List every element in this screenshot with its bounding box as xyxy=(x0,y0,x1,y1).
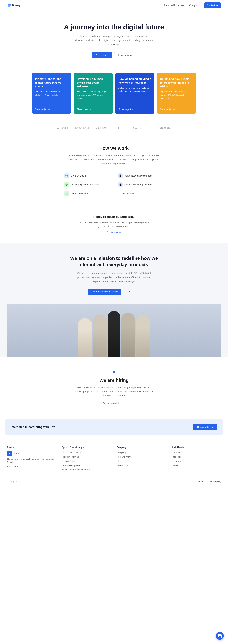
imprint-link[interactable]: Imprint xyxy=(198,480,204,483)
mission-buttons: Read more about Fintory Join us → xyxy=(7,288,221,295)
company-link-4[interactable]: Contact Us xyxy=(117,464,128,467)
flow-desc: Gain new customers with our optimized ac… xyxy=(7,458,57,464)
service-product-label: Individual product solutions xyxy=(71,183,99,186)
footer-products-heading: Products xyxy=(7,446,57,448)
services-grid: 🎨 UX & UI Design 📱 React-Native Developm… xyxy=(64,172,164,197)
language-arrow-icon: ✈ xyxy=(7,480,9,483)
service-brand: 🏷️ Brand Positioning xyxy=(64,190,110,197)
navbar: fintory Sprints & Processes Company Cont… xyxy=(0,0,228,11)
footer-company-list: Company How We Work Blog Contact Us xyxy=(117,451,166,467)
nav-link-company[interactable]: Company xyxy=(189,4,199,6)
service-ios-android-label: iOS & Android Applications xyxy=(124,183,152,186)
card-4-title: Rethinking how people interact with fina… xyxy=(160,77,193,88)
card-1-link[interactable]: Show project → xyxy=(35,108,68,110)
card-4-body: Together with Flutterwave we improved Af… xyxy=(160,90,193,100)
sprints-link-5[interactable]: Agile Design & Development xyxy=(62,468,90,471)
sprints-link-4[interactable]: MVP Development xyxy=(62,464,80,467)
footer-sprints-col: Sprints & Workshops What sprint suits me… xyxy=(62,446,112,472)
footer-products-col: Products ▶ Flow Gain new customers with … xyxy=(7,446,57,472)
person-2 xyxy=(93,314,107,357)
logo-text: fintory xyxy=(12,4,20,7)
social-link-1[interactable]: Dribbble xyxy=(172,452,180,454)
team-figure xyxy=(7,304,221,357)
react-native-icon: 📱 xyxy=(118,173,123,178)
service-ios-android: 📲 iOS & Android Applications xyxy=(118,181,164,188)
mission-body: We are on a journey to make products mor… xyxy=(73,271,155,284)
footer-grid: Products ▶ Flow Gain new customers with … xyxy=(7,446,221,472)
nav-links: Sprints & Processes Company Contact us xyxy=(163,2,221,8)
card-3-link[interactable]: Show project → xyxy=(118,108,151,110)
our-services-link[interactable]: our services xyxy=(122,192,135,195)
card-2-body: Without over-complicating things and a n… xyxy=(77,90,110,100)
logo[interactable]: fintory xyxy=(7,4,20,7)
card-4-link[interactable]: Show project → xyxy=(160,108,193,110)
logos-section: Allianz ® Coca-Cola METRO — · T · —— Sec… xyxy=(0,123,228,136)
service-react-native-label: React-Native Development xyxy=(124,174,152,177)
contact-block-link[interactable]: Contact us → xyxy=(107,231,121,234)
list-item: Instagram xyxy=(172,460,221,462)
reach-out-button[interactable]: Reach out to us xyxy=(193,424,217,430)
service-ux-ui-label: UX & UI Design xyxy=(71,174,87,177)
ios-android-icon: 📲 xyxy=(118,182,123,187)
how-we-work-section: How we work We have worked with renomate… xyxy=(0,136,228,209)
logo-security: Security ————— xyxy=(133,127,154,129)
company-link-1[interactable]: Company xyxy=(117,452,126,454)
card-3-body: A study of how we set Getsafe up for its… xyxy=(118,86,151,93)
list-item: Contact Us xyxy=(117,464,166,467)
social-link-3[interactable]: Instagram xyxy=(172,460,182,462)
list-item: Design Sprint xyxy=(62,460,112,462)
flow-name: Flow xyxy=(13,452,19,455)
contact-block-body: If you're interested in what we do, want… xyxy=(77,220,151,228)
service-react-native: 📱 React-Native Development xyxy=(118,172,164,180)
product-icon: 🧩 xyxy=(64,182,69,187)
logo-icon xyxy=(7,4,11,7)
hiring-star-icon: ★ xyxy=(7,370,221,374)
company-link-2[interactable]: How We Work xyxy=(117,456,131,458)
footer-sprints-list: What sprint suits me? Problem Framing De… xyxy=(62,451,112,471)
join-us-button[interactable]: Join us → xyxy=(124,288,140,295)
social-link-2[interactable]: Facebook xyxy=(172,456,181,458)
nav-link-sprints[interactable]: Sprints & Processes xyxy=(163,4,184,6)
logo-getsafe: getsafe xyxy=(160,126,171,129)
social-link-4[interactable]: Twitter xyxy=(172,464,178,467)
read-more-fintory-button[interactable]: Read more about Fintory xyxy=(88,288,121,295)
card-2-title: Developing a human-centric real estate s… xyxy=(77,77,110,88)
service-ux-ui: 🎨 UX & UI Design xyxy=(64,172,110,180)
how-work-subtitle: We have worked with renomated brands ove… xyxy=(68,154,160,166)
how-work-title: How we work xyxy=(7,146,221,151)
privacy-link[interactable]: Privacy Policy xyxy=(208,480,221,483)
footer-legal-links: Imprint Privacy Policy xyxy=(198,480,221,483)
card-3-title: How we helped building a new type of ins… xyxy=(118,77,151,84)
footer: Products ▶ Flow Gain new customers with … xyxy=(0,439,228,486)
sprints-link-3[interactable]: Design Sprint xyxy=(62,460,75,462)
how-we-work-button[interactable]: How we work xyxy=(114,52,136,58)
flow-icon: ▶ xyxy=(7,451,12,456)
card-2-link[interactable]: Show project → xyxy=(77,108,110,110)
list-item: How We Work xyxy=(117,455,166,458)
contact-block-title: Ready to reach out and talk? xyxy=(7,215,221,219)
team-photo xyxy=(7,304,221,357)
hiring-body: We are always on the look-out for talent… xyxy=(73,386,155,398)
footer-social-heading: Social Media xyxy=(172,446,221,448)
sprints-link-2[interactable]: Problem Framing xyxy=(62,456,79,458)
list-item: Problem Framing xyxy=(62,455,112,458)
list-item: Blog xyxy=(117,460,166,462)
card-2: Developing a human-centric real estate s… xyxy=(74,73,113,114)
hero-section: A journey into the digital future From r… xyxy=(0,11,228,69)
mission-title: We are on a mission to redefine how we i… xyxy=(69,255,159,268)
mission-section: We are on a mission to redefine how we i… xyxy=(0,242,228,357)
sprints-link-1[interactable]: What sprint suits me? xyxy=(62,452,83,454)
card-1-title: Promote jobs for the digital future that… xyxy=(35,77,68,88)
get-in-touch-button[interactable]: Get in touch xyxy=(92,52,112,58)
card-1: Promote jobs for the digital future that… xyxy=(32,73,71,114)
cta-banner-text: Interested in partnering with us? xyxy=(11,426,55,429)
card-3: How we helped building a new type of ins… xyxy=(115,73,154,114)
logo-metro: METRO xyxy=(95,126,107,129)
open-positions-link[interactable]: See open positions → xyxy=(103,402,125,404)
service-product: 🧩 Individual product solutions xyxy=(64,181,110,188)
company-link-3[interactable]: Blog xyxy=(117,460,121,462)
hero-title: A journey into the digital future xyxy=(7,23,221,32)
nav-contact-button[interactable]: Contact us xyxy=(204,2,221,8)
ux-ui-icon: 🎨 xyxy=(64,173,69,178)
flow-read-more[interactable]: Read more → xyxy=(7,465,20,468)
